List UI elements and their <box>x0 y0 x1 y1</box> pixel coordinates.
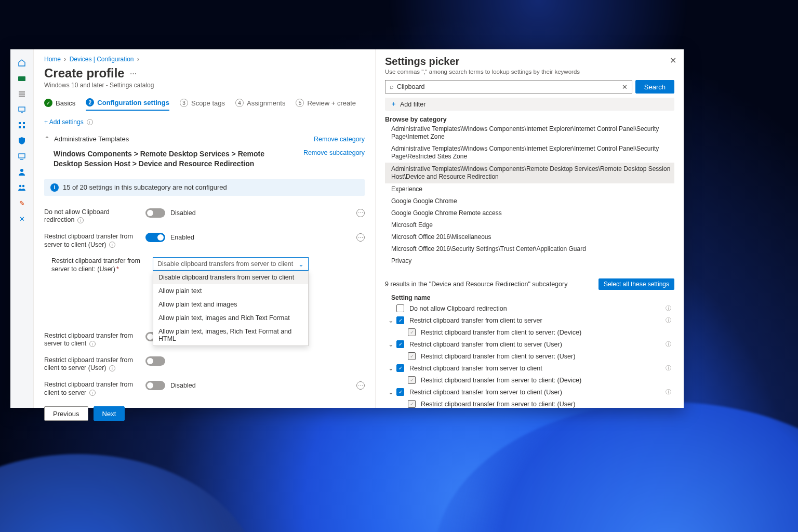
add-settings-link[interactable]: + Add settings i <box>44 118 365 126</box>
category-item[interactable]: Privacy <box>385 255 674 267</box>
next-button[interactable]: Next <box>94 406 125 421</box>
info-icon[interactable]: i <box>109 365 115 371</box>
category-item[interactable]: Experience <box>385 183 674 195</box>
home-icon[interactable] <box>18 59 26 67</box>
devices-icon[interactable] <box>18 105 26 114</box>
row-menu-icon[interactable]: ⋯ <box>356 233 365 242</box>
checkbox[interactable] <box>396 304 404 312</box>
app-window: ✎ ✕ Home › Devices | Configuration › Cre… <box>10 49 684 408</box>
section-title: Administrative Templates <box>54 135 129 143</box>
previous-button[interactable]: Previous <box>44 406 88 421</box>
remove-category-link[interactable]: Remove category <box>314 136 365 143</box>
tab-basics[interactable]: ✓ Basics <box>44 99 75 110</box>
search-input[interactable]: ⌕ Clipboard ✕ <box>385 80 632 94</box>
restrict-mode-select[interactable]: Disable clipboard transfers from server … <box>153 257 309 271</box>
tenant-icon[interactable]: ✎ <box>18 199 26 207</box>
setting-label: Restrict clipboard transfer from server … <box>51 257 140 273</box>
clear-icon[interactable]: ✕ <box>622 83 628 91</box>
select-option[interactable]: Allow plain text, images, Rich Text Form… <box>153 325 308 345</box>
step-badge-2: 2 <box>86 98 94 107</box>
tab-basics-label: Basics <box>56 99 75 107</box>
info-icon[interactable]: i <box>87 119 93 125</box>
users-icon[interactable] <box>18 183 26 192</box>
remove-subcategory-link[interactable]: Remove subcategory <box>303 149 365 156</box>
category-item-selected[interactable]: Administrative Templates\Windows Compone… <box>385 163 674 183</box>
setting-row-label: Restrict clipboard transfer from server … <box>421 377 581 384</box>
chevron-up-icon[interactable]: ⌃ <box>44 135 50 143</box>
setting-row-label: Restrict clipboard transfer from client … <box>421 329 581 336</box>
setting-row-label[interactable]: Do not allow Clipboard redirection <box>409 305 507 312</box>
user-icon[interactable] <box>18 168 26 176</box>
select-option[interactable]: Allow plain text and images <box>153 298 308 311</box>
setting-row-label[interactable]: Restrict clipboard transfer from client … <box>409 317 542 324</box>
setting-row-label[interactable]: Restrict clipboard transfer from server … <box>409 389 562 396</box>
info-icon[interactable]: ⓘ <box>666 364 674 372</box>
category-item[interactable]: Google Google Chrome <box>385 195 674 207</box>
breadcrumb: Home › Devices | Configuration › <box>44 56 365 63</box>
select-option[interactable]: Allow plain text, images and Rich Text F… <box>153 311 308 325</box>
check-icon: ✓ <box>44 99 52 107</box>
checkbox-locked: ✓ <box>408 352 416 360</box>
toggle-restrict-s2c-user[interactable] <box>145 233 165 242</box>
chevron-down-icon[interactable]: ⌄ <box>385 340 396 348</box>
toggle-restrict-c2s[interactable] <box>145 381 165 390</box>
chevron-down-icon[interactable]: ⌄ <box>385 364 396 372</box>
grid-icon[interactable] <box>18 121 26 129</box>
info-icon[interactable]: i <box>89 341 96 347</box>
crumb-devices[interactable]: Devices | Configuration <box>70 56 134 63</box>
setting-row-label[interactable]: Restrict clipboard transfer from server … <box>409 365 542 372</box>
setting-row-label[interactable]: Restrict clipboard transfer from client … <box>409 341 562 348</box>
info-icon[interactable]: ⓘ <box>666 340 674 348</box>
category-item[interactable]: Microsoft Edge <box>385 219 674 231</box>
tab-scope[interactable]: 3 Scope tags <box>180 99 225 110</box>
toggle-state: Disabled <box>170 382 196 389</box>
info-icon[interactable]: ⓘ <box>666 316 674 324</box>
picker-subtitle: Use commas "," among search terms to loo… <box>385 69 674 75</box>
select-option[interactable]: Disable clipboard transfers from server … <box>153 271 308 284</box>
info-icon[interactable]: ⓘ <box>666 388 674 396</box>
step-badge-5: 5 <box>296 99 304 107</box>
category-item[interactable]: Microsoft Office 2016\Miscellaneous <box>385 231 674 243</box>
info-icon[interactable]: i <box>89 390 96 396</box>
search-button[interactable]: Search <box>635 80 674 94</box>
category-item[interactable]: Administrative Templates\Windows Compone… <box>385 143 674 163</box>
svg-rect-2 <box>19 122 21 124</box>
more-icon[interactable]: ⋯ <box>130 70 137 77</box>
toggle-restrict-c2s-user[interactable] <box>145 356 165 366</box>
setting-label: Do not allow Clipboard redirection <box>44 208 110 224</box>
info-icon[interactable]: i <box>109 242 115 248</box>
tab-configuration[interactable]: 2 Configuration settings <box>86 98 169 111</box>
checkbox[interactable]: ✓ <box>396 316 404 324</box>
close-icon[interactable]: ✕ <box>670 56 676 65</box>
dashboard-icon[interactable] <box>18 74 26 83</box>
main-panel: Home › Devices | Configuration › Create … <box>34 49 375 408</box>
list-icon[interactable] <box>18 90 26 98</box>
category-item[interactable]: Microsoft Office 2016\Security Settings\… <box>385 243 674 255</box>
select-all-button[interactable]: Select all these settings <box>598 278 674 290</box>
crumb-home[interactable]: Home <box>44 56 61 63</box>
category-item[interactable]: Administrative Templates\Windows Compone… <box>385 123 674 143</box>
column-header: Setting name <box>391 294 674 301</box>
chevron-down-icon[interactable]: ⌄ <box>385 388 396 396</box>
security-icon[interactable] <box>18 137 26 145</box>
monitor-icon[interactable] <box>18 152 26 161</box>
add-filter-button[interactable]: ＋ Add filter <box>385 98 674 111</box>
checkbox[interactable]: ✓ <box>396 340 404 348</box>
checkbox[interactable]: ✓ <box>396 364 404 372</box>
tab-assignments[interactable]: 4 Assignments <box>235 99 285 110</box>
tab-review[interactable]: 5 Review + create <box>296 99 356 110</box>
select-option[interactable]: Allow plain text <box>153 284 308 298</box>
svg-point-9 <box>22 185 24 187</box>
svg-rect-5 <box>23 126 25 128</box>
info-icon[interactable]: ⓘ <box>666 304 674 312</box>
checkbox[interactable]: ✓ <box>396 388 404 396</box>
checkbox-locked: ✓ <box>408 400 416 408</box>
row-menu-icon[interactable]: ⋯ <box>356 381 365 390</box>
troubleshoot-icon[interactable]: ✕ <box>18 215 26 223</box>
info-icon[interactable]: i <box>77 217 84 223</box>
toggle-clipboard-redir[interactable] <box>145 208 165 218</box>
chevron-down-icon[interactable]: ⌄ <box>385 316 396 324</box>
search-icon: ⌕ <box>390 83 394 90</box>
category-item[interactable]: Google Google Chrome Remote access <box>385 207 674 219</box>
row-menu-icon[interactable]: ⋯ <box>356 209 365 217</box>
